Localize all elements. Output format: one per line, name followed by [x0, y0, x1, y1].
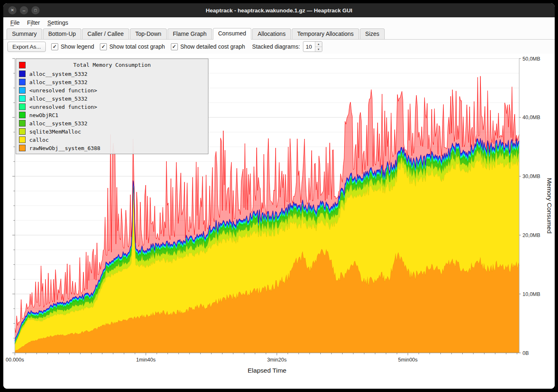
legend-swatch-icon	[19, 95, 26, 102]
stacked-diagrams-label: Stacked diagrams:	[252, 43, 300, 50]
y-tick-label: 0B	[523, 350, 529, 356]
legend-entry-alloc-system-5332: alloc__system_5332	[16, 78, 208, 86]
export-as-button[interactable]: Export As...	[7, 42, 46, 52]
tab-flame-graph[interactable]: Flame Graph	[168, 28, 212, 39]
y-tick-label: 40,0MB	[523, 115, 540, 120]
tab-bottom-up[interactable]: Bottom-Up	[43, 28, 81, 39]
legend-label: sqlite3MemMalloc	[29, 129, 81, 135]
legend-entry-alloc-system-5332: alloc__system_5332	[16, 94, 208, 103]
x-tick-label: 1min40s	[136, 357, 156, 363]
y-tick-label: 30,0MB	[523, 174, 540, 179]
y-axis-title: Memory Consumed	[546, 178, 553, 233]
x-tick-label: 3min20s	[267, 357, 286, 363]
tab-caller-callee[interactable]: Caller / Callee	[82, 28, 129, 39]
y-tick-label: 20,0MB	[523, 232, 540, 238]
title-bar[interactable]: ✕–□ Heaptrack - heaptrack.wakunode.1.gz …	[3, 3, 555, 17]
legend-swatch-icon	[19, 103, 26, 110]
legend-label: Total Memory Consumption	[16, 62, 208, 68]
legend-swatch-icon	[19, 128, 26, 135]
window-controls: ✕–□	[8, 6, 40, 14]
legend-swatch-icon	[19, 87, 26, 94]
tab-temporary-allocations[interactable]: Temporary Allocations	[292, 28, 359, 39]
legend-entry-newobjrc1: newObjRC1	[16, 111, 208, 119]
checkbox-row: ✓Show legend✓Show total cost graph✓Show …	[51, 43, 245, 50]
x-axis-title: Elapsed Time	[248, 367, 286, 374]
x-tick-label: 5min00s	[398, 357, 418, 363]
legend-entry-alloc-system-5332: alloc__system_5332	[16, 119, 208, 127]
legend-label: alloc__system_5332	[29, 96, 87, 102]
checkbox-label: Show total cost graph	[109, 43, 165, 50]
checkbox-show-legend[interactable]: ✓Show legend	[51, 43, 94, 50]
legend-label: alloc__system_5332	[29, 120, 87, 127]
legend-entry-rawnewobj-system-6388: rawNewObj__system_6388	[16, 144, 208, 152]
stacked-diagrams-spinbox[interactable]: 10 ▲ ▼	[303, 41, 322, 52]
legend-label: <unresolved function>	[29, 104, 97, 110]
legend-entry-total-memory-consumption: Total Memory Consumption	[16, 60, 208, 70]
legend-label: calloc	[29, 137, 49, 143]
legend-swatch-icon	[19, 70, 26, 77]
legend-label: <unresolved function>	[29, 87, 97, 94]
legend-swatch-icon	[19, 136, 26, 143]
spin-up-icon[interactable]: ▲	[315, 42, 322, 47]
tab-summary[interactable]: Summary	[7, 28, 42, 39]
legend-label: alloc__system_5332	[29, 71, 87, 77]
legend-entry-calloc: calloc	[16, 136, 208, 144]
check-icon[interactable]: ✓	[51, 43, 58, 50]
consumed-chart-area: 00.000s1min40s3min20s5min00s0B10,0MB20,0…	[3, 54, 555, 389]
menu-file[interactable]: File	[7, 19, 24, 27]
legend-label: rawNewObj__system_6388	[29, 145, 100, 151]
close-button[interactable]: ✕	[8, 6, 17, 14]
x-tick-label: 00.000s	[6, 357, 24, 363]
y-tick-label: 10,0MB	[523, 291, 540, 297]
tab-bar: SummaryBottom-UpCaller / CalleeTop-DownF…	[3, 28, 555, 40]
stacked-diagrams-value: 10	[303, 42, 315, 52]
legend-entry-unresolved-function: <unresolved function>	[16, 103, 208, 111]
stacked-diagrams-control: Stacked diagrams: 10 ▲ ▼	[252, 41, 322, 52]
legend-swatch-icon	[19, 145, 26, 151]
menu-settings[interactable]: Settings	[44, 19, 72, 27]
heaptrack-window: ✕–□ Heaptrack - heaptrack.wakunode.1.gz …	[3, 3, 555, 389]
tab-consumed[interactable]: Consumed	[213, 28, 252, 40]
y-tick-label: 50,0MB	[523, 56, 540, 62]
menu-filter[interactable]: Filter	[24, 19, 44, 27]
legend-swatch-icon	[19, 79, 26, 85]
legend-entry-sqlite3memmalloc: sqlite3MemMalloc	[16, 127, 208, 136]
legend-label: newObjRC1	[29, 112, 58, 118]
check-icon[interactable]: ✓	[171, 43, 178, 50]
checkbox-label: Show detailed cost graph	[180, 43, 245, 50]
checkbox-show-detailed-cost-graph[interactable]: ✓Show detailed cost graph	[171, 43, 245, 50]
minimize-button[interactable]: –	[20, 6, 28, 14]
maximize-button[interactable]: □	[31, 6, 40, 14]
check-icon[interactable]: ✓	[100, 43, 107, 50]
toolbar: Export As... ✓Show legend✓Show total cos…	[3, 40, 555, 54]
legend-swatch-icon	[19, 120, 26, 127]
spin-down-icon[interactable]: ▼	[315, 47, 322, 52]
legend-entry-alloc-system-5332: alloc__system_5332	[16, 70, 208, 78]
checkbox-show-total-cost-graph[interactable]: ✓Show total cost graph	[100, 43, 165, 50]
tab-allocations[interactable]: Allocations	[252, 28, 291, 39]
checkbox-label: Show legend	[61, 43, 94, 50]
tab-top-down[interactable]: Top-Down	[130, 28, 167, 39]
legend-label: alloc__system_5332	[29, 79, 87, 85]
chart-legend: Total Memory Consumptionalloc__system_53…	[16, 59, 208, 154]
spinner-buttons: ▲ ▼	[315, 42, 322, 52]
tab-sizes[interactable]: Sizes	[360, 28, 385, 39]
menu-bar: FileFilterSettings	[3, 17, 555, 28]
window-title: Heaptrack - heaptrack.wakunode.1.gz — He…	[3, 7, 555, 14]
legend-swatch-icon	[19, 112, 26, 118]
legend-entry-unresolved-function: <unresolved function>	[16, 86, 208, 94]
